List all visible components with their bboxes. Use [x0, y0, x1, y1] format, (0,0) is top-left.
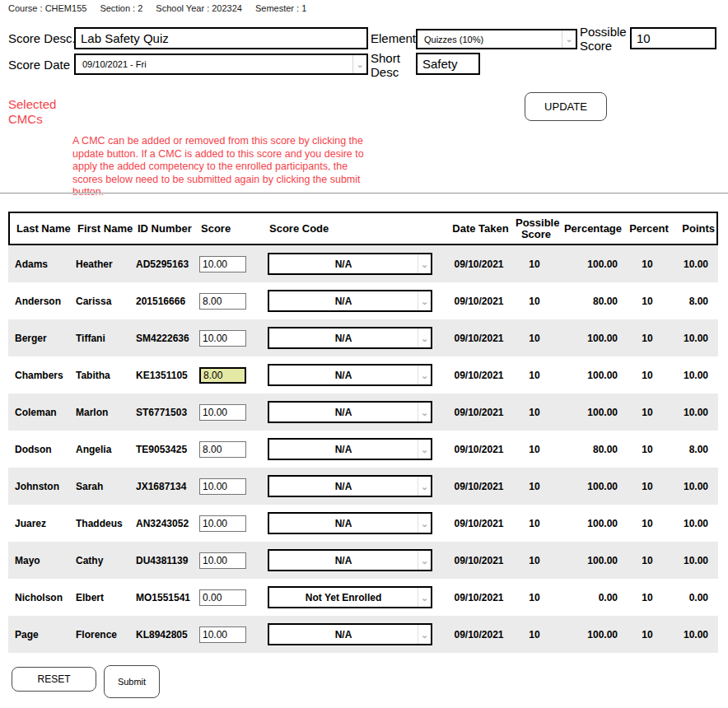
score-date-select[interactable]: 09/10/2021 - Fri ⌄ [74, 54, 368, 75]
cell-percent: 10 [628, 444, 667, 455]
table-row: Nicholson Elbert MO1551541 Not Yet Enrol… [8, 579, 718, 616]
cell-id-number: SM4222636 [136, 333, 199, 344]
cell-possible-score: 10 [514, 518, 555, 529]
chevron-down-icon: ⌄ [418, 254, 431, 273]
score-code-select[interactable]: N/A ⌄ [268, 290, 432, 312]
reset-button[interactable]: RESET [12, 667, 96, 692]
cell-first-name: Marlon [76, 407, 136, 418]
cell-first-name: Elbert [76, 592, 136, 603]
score-input[interactable] [199, 256, 246, 272]
score-code-select[interactable]: N/A ⌄ [268, 364, 432, 386]
score-code-select[interactable]: N/A ⌄ [268, 512, 432, 534]
cell-points: 8.00 [667, 444, 715, 455]
element-select[interactable]: Quizzes (10%) ⌄ [416, 29, 577, 49]
cell-first-name: Sarah [76, 481, 136, 492]
cell-percentage: 100.00 [555, 333, 628, 344]
score-input[interactable] [199, 330, 246, 347]
chevron-down-icon: ⌄ [418, 625, 431, 644]
cell-percent: 10 [628, 407, 667, 418]
chevron-down-icon: ⌄ [418, 366, 431, 384]
cell-score-code: Not Yet Enrolled ⌄ [268, 586, 444, 608]
score-input[interactable] [199, 293, 246, 310]
score-input[interactable] [199, 367, 246, 384]
cell-points: 10.00 [667, 333, 715, 344]
cell-points: 10.00 [667, 481, 715, 492]
score-input[interactable] [199, 478, 246, 495]
score-code-select[interactable]: N/A ⌄ [268, 549, 432, 571]
element-select-value: Quizzes (10%) [418, 35, 562, 44]
score-code-select[interactable]: N/A ⌄ [268, 475, 432, 497]
score-input[interactable] [199, 515, 246, 532]
header-percentage: Percentage [557, 223, 629, 235]
score-desc-input[interactable] [74, 27, 368, 49]
cell-score [199, 589, 268, 606]
section-label: Section : 2 [100, 3, 142, 13]
score-code-select-value: Not Yet Enrolled [269, 592, 418, 603]
chevron-down-icon: ⌄ [418, 403, 431, 422]
cell-id-number: DU4381139 [136, 555, 199, 566]
cell-first-name: Angelia [76, 444, 136, 455]
chevron-down-icon: ⌄ [562, 30, 576, 48]
cell-date-taken: 09/10/2021 [444, 629, 514, 640]
score-code-select[interactable]: N/A ⌄ [268, 253, 432, 275]
score-code-select[interactable]: N/A ⌄ [268, 327, 432, 349]
cell-score-code: N/A ⌄ [268, 438, 444, 460]
cell-percentage: 0.00 [555, 592, 628, 603]
score-input[interactable] [199, 589, 246, 606]
header-possible-score: Possible Score [516, 217, 557, 240]
table-body: Adams Heather AD5295163 N/A ⌄ 09/10/2021… [8, 245, 718, 653]
update-button[interactable]: UPDATE [525, 92, 607, 121]
cell-possible-score: 10 [514, 296, 555, 307]
score-input[interactable] [199, 626, 246, 643]
possible-score-label: Possible Score [580, 25, 631, 53]
cell-score [199, 515, 268, 532]
score-code-select-value: N/A [269, 629, 418, 640]
short-desc-input[interactable] [416, 53, 480, 75]
cell-score [199, 552, 268, 569]
cell-points: 8.00 [667, 296, 715, 307]
score-code-select[interactable]: N/A ⌄ [268, 401, 432, 423]
chevron-down-icon: ⌄ [418, 588, 431, 607]
cell-percent: 10 [628, 296, 667, 307]
cell-score-code: N/A ⌄ [268, 512, 444, 534]
cell-possible-score: 10 [514, 481, 555, 492]
cell-points: 0.00 [667, 592, 715, 603]
cell-score-code: N/A ⌄ [268, 401, 444, 423]
score-code-select-value: N/A [269, 259, 418, 270]
cell-score-code: N/A ⌄ [268, 253, 444, 275]
score-input[interactable] [199, 441, 246, 458]
score-input[interactable] [199, 404, 246, 421]
chevron-down-icon: ⌄ [418, 328, 431, 347]
possible-score-input[interactable] [630, 27, 716, 49]
table-header-row: Last Name First Name ID Number Score Sco… [8, 212, 718, 245]
submit-button[interactable]: Submit [104, 665, 160, 698]
score-code-select-value: N/A [269, 444, 418, 455]
cell-first-name: Tabitha [76, 370, 136, 381]
cell-percentage: 100.00 [555, 555, 628, 566]
cell-id-number: AD5295163 [136, 259, 199, 270]
header-id-number: ID Number [138, 223, 201, 235]
cell-percentage: 80.00 [555, 444, 628, 455]
cell-possible-score: 10 [514, 333, 555, 344]
cell-possible-score: 10 [514, 259, 555, 270]
chevron-down-icon: ⌄ [418, 291, 431, 310]
header-score-code: Score Code [269, 223, 446, 235]
cell-last-name: Coleman [8, 407, 76, 418]
chevron-down-icon: ⌄ [418, 514, 431, 533]
cell-first-name: Heather [76, 259, 136, 270]
table-row: Berger Tiffani SM4222636 N/A ⌄ 09/10/202… [8, 319, 718, 356]
cell-date-taken: 09/10/2021 [444, 407, 514, 418]
cell-possible-score: 10 [514, 370, 555, 381]
cell-id-number: KE1351105 [136, 370, 199, 381]
cell-id-number: MO1551541 [136, 592, 199, 603]
score-code-select[interactable]: N/A ⌄ [268, 438, 432, 460]
score-date-label: Score Date [8, 58, 70, 72]
cell-last-name: Johnston [8, 481, 76, 492]
score-code-select[interactable]: Not Yet Enrolled ⌄ [268, 586, 432, 608]
cell-last-name: Juarez [8, 518, 76, 529]
score-input[interactable] [199, 552, 246, 569]
chevron-down-icon: ⌄ [352, 55, 366, 73]
score-code-select[interactable]: N/A ⌄ [268, 623, 432, 645]
cell-date-taken: 09/10/2021 [444, 518, 514, 529]
score-code-select-value: N/A [269, 481, 418, 492]
